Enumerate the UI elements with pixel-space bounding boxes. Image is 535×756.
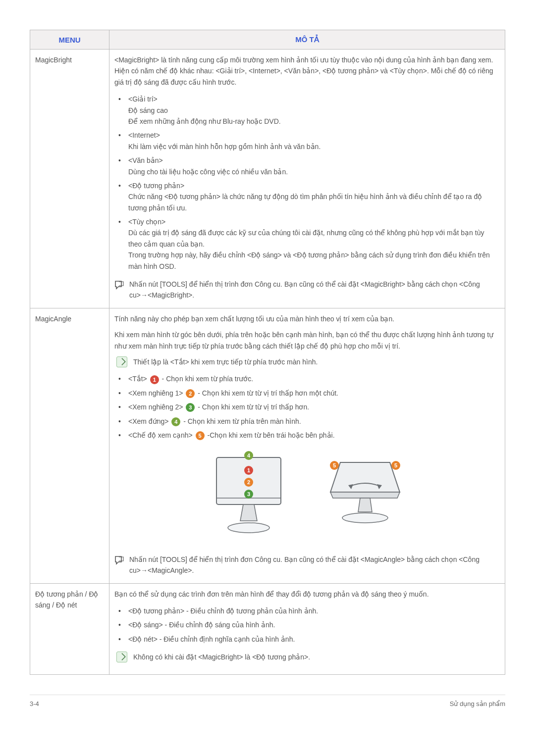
mode-list: <Tắt> 1 - Chọn khi xem từ phía trước. <X… — [114, 372, 497, 442]
list-item: <Độ tương phản> - Điều chỉnh độ tương ph… — [114, 605, 497, 617]
num-badge: 2 — [186, 389, 195, 398]
tip-icon — [116, 652, 127, 662]
svg-text:5: 5 — [394, 462, 397, 468]
item-line: Để xem những ảnh động như Blu-ray hoặc D… — [128, 116, 497, 127]
note-block: Nhấn nút [TOOLS] để hiển thị trình đơn C… — [114, 554, 497, 576]
tip-block: Thiết lập là <Tắt> khi xem trực tiếp từ … — [114, 356, 497, 367]
row-label: MagicBright — [30, 50, 109, 308]
list-item: <Độ sáng> - Điều chỉnh độ sáng của hình … — [114, 618, 497, 631]
settings-table: MENU MÔ TẢ MagicBright <MagicBright> là … — [30, 30, 505, 675]
tip-text: Thiết lập là <Tắt> khi xem trực tiếp từ … — [133, 358, 318, 366]
list-item: <Xem nghiêng 2> 3 - Chọn khi xem từ từ v… — [114, 401, 497, 413]
note-text: Nhấn nút [TOOLS] để hiển thị trình đơn C… — [129, 280, 480, 299]
list-item: <Tắt> 1 - Chọn khi xem từ phía trước. — [114, 372, 497, 385]
tip-block: Không có khi cài đặt <MagicBright> là <Đ… — [114, 652, 497, 662]
item-title: <Tùy chọn> — [128, 218, 165, 226]
mode-post: - Chọn khi xem từ từ vị trí thấp hơn một… — [196, 389, 338, 397]
list-item: <Văn bản> Dùng cho tài liệu hoặc công vi… — [114, 154, 497, 178]
list-item: <Độ nét> - Điều chỉnh định nghĩa cạnh củ… — [114, 633, 497, 646]
item-title: <Internet> — [128, 131, 160, 139]
row-desc: <MagicBright> là tính năng cung cấp môi … — [109, 50, 505, 308]
item-title: <Độ tương phản> — [128, 182, 184, 190]
mode-post: - Chọn khi xem từ từ vị trí thấp hơn. — [196, 403, 309, 411]
mode-post: - Chọn khi xem từ phía trước. — [160, 375, 254, 383]
footer-left: 3-4 — [30, 700, 39, 707]
tip-icon — [116, 356, 127, 367]
svg-text:5: 5 — [333, 462, 336, 468]
note-text: Nhấn nút [TOOLS] để hiển thị trình đơn C… — [129, 555, 480, 574]
table-row: Độ tương phản / Độ sáng / Độ nét Bạn có … — [30, 583, 505, 675]
mode-pre: <Xem đứng> — [128, 417, 170, 425]
intro-text: Bạn có thể sử dụng các trình đơn trên mà… — [114, 589, 497, 600]
para: Tính năng này cho phép bạn xem chất lượn… — [114, 313, 497, 324]
mode-pre: <Xem nghiêng 2> — [128, 403, 185, 411]
page-footer: 3-4 Sử dụng sản phẩm — [30, 695, 505, 707]
note-icon — [114, 555, 125, 565]
item-line: Chức năng <Độ tương phản> là chức năng t… — [128, 191, 497, 213]
num-badge: 3 — [186, 403, 195, 412]
svg-text:1: 1 — [247, 467, 250, 473]
svg-text:3: 3 — [247, 491, 250, 497]
svg-text:2: 2 — [247, 479, 250, 485]
list-item: <Internet> Khi làm việc với màn hình hỗn… — [114, 129, 497, 153]
svg-text:4: 4 — [247, 453, 251, 458]
item-line: Dùng cho tài liệu hoặc công việc có nhiề… — [128, 166, 497, 177]
list-item: <Giải trí> Độ sáng cao Để xem những ảnh … — [114, 93, 497, 128]
num-badge: 1 — [150, 375, 159, 384]
item-line: Độ sáng cao — [128, 105, 497, 116]
table-row: MagicAngle Tính năng này cho phép bạn xe… — [30, 308, 505, 583]
item-line: Dù các giá trị độ sáng đã được các kỹ sư… — [128, 227, 497, 250]
item-line: Trong trường hợp này, hãy điều chỉnh <Độ… — [128, 250, 497, 272]
num-badge: 4 — [171, 417, 180, 426]
svg-point-11 — [342, 513, 388, 523]
item-title: <Giải trí> — [128, 95, 158, 103]
num-badge: 5 — [196, 431, 205, 440]
row-label: MagicAngle — [30, 308, 109, 583]
list-item: <Độ tương phản> Chức năng <Độ tương phản… — [114, 179, 497, 214]
list-item: <Chế độ xem cạnh> 5 -Chọn khi xem từ bên… — [114, 429, 497, 442]
mode-pre: <Xem nghiêng 1> — [128, 389, 185, 397]
item-title: <Văn bản> — [128, 156, 163, 164]
intro-text: <MagicBright> là tính năng cung cấp môi … — [114, 54, 497, 88]
footer-right: Sử dụng sản phẩm — [450, 700, 505, 707]
header-menu: MENU — [30, 30, 109, 50]
row-label: Độ tương phản / Độ sáng / Độ nét — [30, 583, 109, 675]
item-line: Khi làm việc với màn hình hỗn hợp gồm hì… — [128, 141, 497, 152]
row-desc: Bạn có thể sử dụng các trình đơn trên mà… — [109, 583, 505, 675]
mode-list: <Giải trí> Độ sáng cao Để xem những ảnh … — [114, 93, 497, 273]
list-item: <Xem đứng> 4 - Chọn khi xem từ phía trên… — [114, 415, 497, 428]
list-item: <Tùy chọn> Dù các giá trị độ sáng đã đượ… — [114, 215, 497, 273]
list-item: <Xem nghiêng 1> 2 - Chọn khi xem từ từ v… — [114, 387, 497, 400]
header-desc: MÔ TẢ — [109, 30, 505, 50]
para: Khi xem màn hình từ góc bên dưới, phía t… — [114, 329, 497, 352]
note-block: Nhấn nút [TOOLS] để hiển thị trình đơn C… — [114, 279, 497, 301]
table-row: MagicBright <MagicBright> là tính năng c… — [30, 50, 505, 308]
mode-pre: <Tắt> — [128, 375, 149, 383]
row-desc: Tính năng này cho phép bạn xem chất lượn… — [109, 308, 505, 583]
svg-point-2 — [228, 523, 269, 533]
angle-diagram: 4 1 2 3 — [114, 448, 497, 545]
note-icon — [114, 280, 125, 290]
mode-post: -Chọn khi xem từ bên trái hoặc bên phải. — [206, 431, 335, 439]
adjust-list: <Độ tương phản> - Điều chỉnh độ tương ph… — [114, 605, 497, 646]
tip-text: Không có khi cài đặt <MagicBright> là <Đ… — [133, 653, 310, 661]
mode-pre: <Chế độ xem cạnh> — [128, 431, 195, 439]
mode-post: - Chọn khi xem từ phía trên màn hình. — [181, 417, 301, 425]
